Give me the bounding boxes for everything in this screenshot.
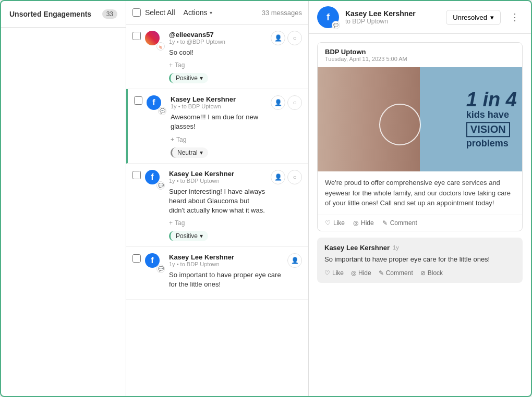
- post-page-name: BDP Uptown: [325, 48, 515, 56]
- detail-sub: to BDP Uptown: [345, 18, 440, 25]
- comment-time: 1y: [393, 244, 399, 251]
- comment-hide-button[interactable]: ◎ Hide: [351, 269, 371, 277]
- post-header: BDP Uptown Tuesday, April 11, 2023 5:00 …: [318, 43, 522, 67]
- post-date: Tuesday, April 11, 2023 5:00 AM: [325, 56, 515, 62]
- tag-chevron-2: ▾: [200, 149, 203, 156]
- tag-label-text-3: Tag: [175, 219, 185, 227]
- right-panel: f 💬 Kasey Lee Kershner to BDP Uptown Unr…: [309, 1, 531, 396]
- select-all-label[interactable]: Select All: [145, 8, 175, 17]
- list-item[interactable]: f 💬 Kasey Lee Kershner 1y • to BDP Uptow…: [126, 164, 308, 247]
- comment-button[interactable]: ✎ Comment: [382, 219, 417, 227]
- comment-like-label: Like: [332, 269, 344, 277]
- post-card: BDP Uptown Tuesday, April 11, 2023 5:00 …: [317, 42, 523, 231]
- comment-header: Kasey Lee Kershner 1y: [324, 244, 515, 252]
- message-text-1: So cool!: [169, 48, 267, 57]
- comment-actions: ♡ Like ◎ Hide ✎ Comment ⊘ Block: [324, 269, 515, 277]
- assign-icon-1[interactable]: 👤: [271, 31, 285, 45]
- message-meta-4: 1y • to BDP Uptown: [169, 261, 283, 267]
- sentiment-tag-2[interactable]: Neutral ▾: [171, 147, 208, 158]
- message-checkbox-2[interactable]: [134, 96, 142, 105]
- detail-avatar-badge: 💬: [332, 21, 340, 29]
- left-panel-content: [1, 28, 126, 396]
- post-image-circle: [379, 104, 421, 145]
- circle-icon-1[interactable]: ○: [287, 31, 302, 45]
- detail-author-name: Kasey Lee Kershner: [345, 9, 440, 18]
- select-all-checkbox[interactable]: [132, 8, 141, 17]
- message-text-4: So important to have proper eye care for…: [169, 270, 283, 289]
- like-label: Like: [333, 219, 345, 227]
- left-panel-title: Unsorted Engagements: [9, 10, 91, 18]
- status-button[interactable]: Unresolved ▾: [446, 10, 501, 25]
- comment-like-button[interactable]: ♡ Like: [324, 269, 344, 277]
- comment-block-label: Block: [428, 269, 443, 277]
- messages-list: ig @elleevans57 1y • to @BDP Uptown So c…: [126, 24, 308, 396]
- post-image-line4: problems: [466, 138, 517, 149]
- comment-card: Kasey Lee Kershner 1y So important to ha…: [317, 238, 523, 283]
- circle-icon-3[interactable]: ○: [287, 170, 302, 184]
- hide-icon: ◎: [353, 219, 358, 227]
- tag-chevron-1: ▾: [200, 75, 203, 82]
- actions-label: Actions: [184, 8, 208, 17]
- message-tag-value-3: Positive: [176, 232, 198, 240]
- middle-toolbar: Select All Actions ▾ 33 messages: [126, 1, 308, 24]
- platform-badge-instagram: ig: [156, 42, 165, 51]
- message-content-4: Kasey Lee Kershner 1y • to BDP Uptown So…: [169, 253, 283, 293]
- post-actions: ♡ Like ◎ Hide ✎ Comment: [318, 215, 522, 231]
- message-tag-value-1: Positive: [176, 75, 198, 82]
- plus-icon-1: +: [169, 61, 173, 69]
- message-checkbox-3[interactable]: [132, 171, 141, 179]
- actions-button[interactable]: Actions ▾: [179, 6, 216, 19]
- circle-icon-2[interactable]: ○: [287, 95, 302, 110]
- message-author-1: @elleevans57: [169, 31, 267, 39]
- comment-icon: ✎: [382, 219, 388, 227]
- message-content-3: Kasey Lee Kershner 1y • to BDP Uptown Su…: [169, 170, 267, 242]
- middle-panel: Select All Actions ▾ 33 messages ig @ell…: [126, 1, 309, 396]
- assign-icon-3[interactable]: 👤: [271, 170, 285, 184]
- list-item[interactable]: f 💬 Kasey Lee Kershner 1y • to BDP Uptow…: [126, 89, 308, 163]
- list-item[interactable]: ig @elleevans57 1y • to @BDP Uptown So c…: [126, 24, 308, 89]
- post-image-line2: kids have: [466, 109, 517, 121]
- hide-label: Hide: [361, 219, 374, 227]
- detail-platform-icon: 💬: [333, 23, 338, 28]
- avatar: f 💬: [145, 253, 165, 273]
- detail-avatar: f 💬: [317, 6, 339, 28]
- comment-label: Comment: [390, 219, 417, 227]
- list-item[interactable]: f 💬 Kasey Lee Kershner 1y • to BDP Uptow…: [126, 247, 308, 299]
- comment-reply-button[interactable]: ✎ Comment: [379, 269, 413, 277]
- messages-count: 33 messages: [262, 9, 302, 17]
- sentiment-tag-1[interactable]: Positive ▾: [169, 73, 208, 83]
- like-button[interactable]: ♡ Like: [325, 219, 345, 227]
- left-panel: Unsorted Engagements 33: [1, 1, 126, 396]
- assign-icon-4[interactable]: 👤: [287, 253, 302, 268]
- instagram-icon: ig: [159, 44, 162, 49]
- message-tag-value-2: Neutral: [177, 149, 198, 156]
- right-content: BDP Uptown Tuesday, April 11, 2023 5:00 …: [309, 34, 531, 396]
- right-header: f 💬 Kasey Lee Kershner to BDP Uptown Unr…: [309, 1, 531, 34]
- comment-reply-icon: ✎: [379, 269, 384, 277]
- message-checkbox-1[interactable]: [132, 32, 141, 40]
- sentiment-tag-3[interactable]: Positive ▾: [169, 231, 208, 241]
- avatar: f 💬: [147, 95, 166, 115]
- add-tag-3[interactable]: + Tag: [169, 219, 267, 227]
- add-tag-1[interactable]: + Tag: [169, 61, 267, 69]
- avatar: ig: [145, 31, 165, 51]
- assign-icon-2[interactable]: 👤: [271, 95, 285, 110]
- comment-hide-label: Hide: [358, 269, 371, 277]
- message-content-1: @elleevans57 1y • to @BDP Uptown So cool…: [169, 31, 267, 83]
- message-actions-4: 👤: [287, 253, 302, 268]
- message-actions-2: 👤 ○: [271, 95, 302, 110]
- tag-label-text-2: Tag: [176, 136, 186, 143]
- message-text-3: Super interesting! I have always heard a…: [169, 187, 267, 216]
- add-tag-2[interactable]: + Tag: [171, 136, 267, 143]
- left-header: Unsorted Engagements 33: [1, 1, 126, 28]
- comment-badge-icon-4: 💬: [158, 266, 164, 271]
- message-checkbox-4[interactable]: [132, 254, 141, 263]
- more-options-button[interactable]: ⋮: [507, 9, 523, 25]
- comment-reply-label: Comment: [386, 269, 413, 277]
- comment-block-button[interactable]: ⊘ Block: [420, 269, 443, 277]
- hide-button[interactable]: ◎ Hide: [353, 219, 374, 227]
- tag-chevron-3: ▾: [200, 232, 203, 240]
- comment-like-icon: ♡: [324, 269, 330, 277]
- message-author-3: Kasey Lee Kershner: [169, 170, 267, 178]
- comment-badge-icon: 💬: [160, 108, 165, 114]
